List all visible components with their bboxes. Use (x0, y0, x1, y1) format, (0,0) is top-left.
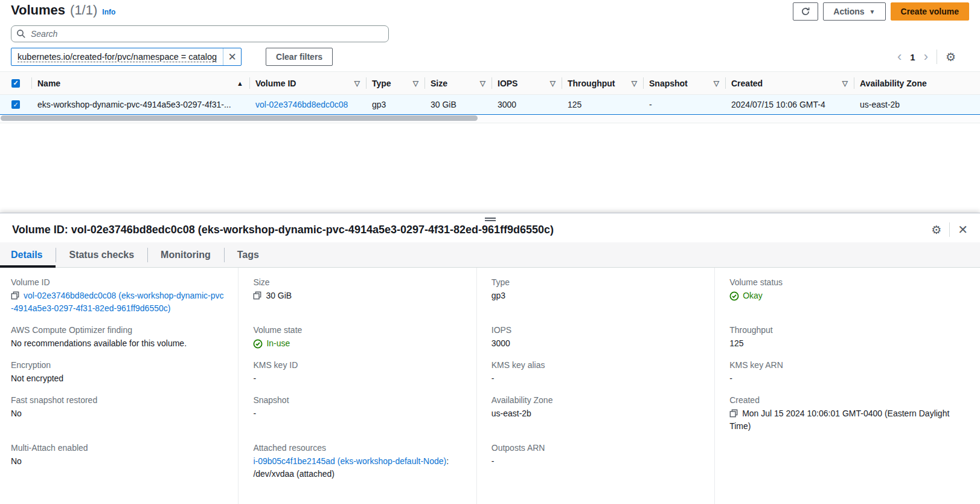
page-title: Volumes (11, 2, 65, 18)
field-multi-attach: Multi-Attach enabled No (11, 442, 226, 468)
field-iops: IOPS 3000 (492, 324, 702, 359)
volume-status-value: Okay (743, 289, 763, 302)
field-snapshot: Snapshot - (253, 394, 464, 442)
column-header-created[interactable]: Created▽ (725, 72, 854, 95)
copy-icon[interactable] (253, 291, 261, 300)
refresh-button[interactable] (793, 2, 818, 21)
column-header-type[interactable]: Type▽ (366, 72, 424, 95)
create-volume-button[interactable]: Create volume (891, 2, 969, 21)
field-throughput: Throughput 125 (729, 324, 968, 359)
refresh-icon (801, 7, 810, 16)
chevron-right-icon[interactable]: › (924, 50, 928, 63)
tab-details[interactable]: Details (0, 242, 56, 267)
details-content: Volume ID vol-02e3746bd8edc0c08 (eks-wor… (0, 268, 980, 504)
cell-snapshot: - (643, 95, 725, 115)
panel-tabs: Details Status checks Monitoring Tags (0, 242, 980, 268)
tab-status-checks[interactable]: Status checks (56, 242, 147, 267)
actions-button[interactable]: Actions ▼ (823, 2, 885, 21)
caret-down-icon: ▼ (870, 8, 876, 15)
status-ok-icon (729, 291, 739, 301)
actions-button-label: Actions (833, 7, 864, 16)
field-compute-optimizer: AWS Compute Optimizer finding No recomme… (11, 324, 226, 359)
cell-throughput: 125 (562, 95, 643, 115)
field-encryption: Encryption Not encrypted (11, 359, 226, 394)
split-panel-title: Volume ID: vol-02e3746bd8edc0c08 (eks-wo… (12, 224, 554, 236)
header-actions: Actions ▼ Create volume (793, 2, 969, 21)
sort-icon: ▽ (480, 79, 485, 88)
table-header-row: ✓ Name▲ Volume ID▽ Type▽ Size▽ IOPS▽ Thr… (0, 72, 980, 95)
page-number[interactable]: 1 (910, 52, 915, 62)
copy-icon[interactable] (729, 409, 738, 418)
filter-tag-label: kubernetes.io/created-for/pvc/namespace … (11, 48, 223, 65)
field-kms-key-alias: KMS key alias - (492, 359, 702, 394)
horizontal-scrollbar[interactable] (0, 115, 980, 123)
panel-close-icon[interactable]: ✕ (958, 224, 968, 236)
sort-icon: ▽ (714, 79, 719, 88)
created-value: Mon Jul 15 2024 10:06:01 GMT-0400 (Easte… (729, 409, 949, 431)
table-preferences-gear-icon[interactable]: ⚙ (946, 51, 956, 63)
panel-preferences-gear-icon[interactable]: ⚙ (931, 224, 941, 236)
attached-instance-link[interactable]: i-09b05c4f1be2145ad (eks-workshop-defaul… (253, 456, 446, 466)
select-all-checkbox[interactable]: ✓ (11, 79, 20, 88)
status-ok-icon (253, 339, 263, 349)
row-checkbox[interactable]: ✓ (11, 100, 20, 109)
field-attached-resources: Attached resources i-09b05c4f1be2145ad (… (253, 442, 464, 480)
tab-monitoring[interactable]: Monitoring (147, 242, 224, 267)
cell-availability-zone: us-east-2b (854, 95, 980, 115)
field-kms-key-arn: KMS key ARN - (729, 359, 968, 394)
sort-icon: ▽ (632, 79, 637, 88)
column-header-name[interactable]: Name▲ (31, 72, 249, 95)
field-outposts-arn: Outposts ARN - (492, 442, 702, 468)
clear-filters-button[interactable]: Clear filters (266, 48, 333, 66)
search-box (11, 25, 389, 42)
volume-id-detail-link[interactable]: vol-02e3746bd8edc0c08 (eks-workshop-dyna… (11, 291, 224, 313)
sort-icon: ▽ (354, 79, 360, 88)
sort-ascending-icon: ▲ (237, 80, 243, 87)
page-header: Volumes (1/1) Info Actions ▼ Create volu… (0, 0, 980, 21)
filter-tag-remove-icon[interactable]: ✕ (223, 48, 241, 65)
split-panel: Volume ID: vol-02e3746bd8edc0c08 (eks-wo… (0, 213, 980, 504)
search-input[interactable] (11, 25, 389, 42)
column-header-snapshot[interactable]: Snapshot▽ (643, 72, 725, 95)
filter-tag: kubernetes.io/created-for/pvc/namespace … (11, 48, 242, 66)
scrollbar-thumb[interactable] (1, 115, 478, 121)
column-header-availability-zone[interactable]: Availability Zone (854, 72, 980, 95)
resource-count: (1/1) (70, 2, 97, 18)
field-fast-snapshot-restored: Fast snapshot restored No (11, 394, 226, 442)
cell-iops: 3000 (492, 95, 562, 115)
pagination: ‹ 1 › ⚙ (897, 50, 969, 64)
field-kms-key-id: KMS key ID - (253, 359, 464, 394)
column-header-throughput[interactable]: Throughput▽ (562, 72, 643, 95)
table-row[interactable]: ✓ eks-workshop-dynamic-pvc-4914a5e3-0297… (0, 95, 980, 115)
info-link[interactable]: Info (102, 8, 115, 16)
volumes-table: ✓ Name▲ Volume ID▽ Type▽ Size▽ IOPS▽ Thr… (0, 71, 980, 115)
volume-id-link[interactable]: vol-02e3746bd8edc0c08 (255, 100, 348, 109)
field-created: Created Mon Jul 15 2024 10:06:01 GMT-040… (729, 394, 968, 433)
cell-type: gp3 (366, 95, 424, 115)
column-header-size[interactable]: Size▽ (424, 72, 492, 95)
field-size: Size 30 GiB (253, 276, 464, 324)
search-icon (16, 29, 26, 39)
field-volume-status: Volume status Okay (729, 276, 968, 324)
split-panel-drag-handle-icon[interactable] (481, 215, 499, 224)
copy-icon[interactable] (11, 291, 19, 300)
column-header-volume-id[interactable]: Volume ID▽ (249, 72, 366, 95)
cell-name: eks-workshop-dynamic-pvc-4914a5e3-0297-4… (31, 95, 249, 115)
field-volume-state: Volume state In-use (253, 324, 464, 359)
column-header-iops[interactable]: IOPS▽ (492, 72, 562, 95)
tab-tags[interactable]: Tags (224, 242, 272, 267)
volume-state-value: In-use (266, 337, 290, 350)
divider (937, 50, 937, 64)
cell-created: 2024/07/15 10:06 GMT-4 (725, 95, 854, 115)
attached-device: /dev/xvdaa (attached) (253, 468, 464, 480)
field-volume-id: Volume ID vol-02e3746bd8edc0c08 (eks-wor… (11, 276, 226, 324)
sort-icon: ▽ (550, 79, 556, 88)
chevron-left-icon[interactable]: ‹ (897, 50, 902, 63)
sort-icon: ▽ (413, 79, 418, 88)
field-type: Type gp3 (492, 276, 702, 324)
divider (949, 222, 950, 237)
sort-icon: ▽ (842, 79, 848, 88)
field-availability-zone: Availability Zone us-east-2b (492, 394, 702, 442)
cell-size: 30 GiB (424, 95, 492, 115)
